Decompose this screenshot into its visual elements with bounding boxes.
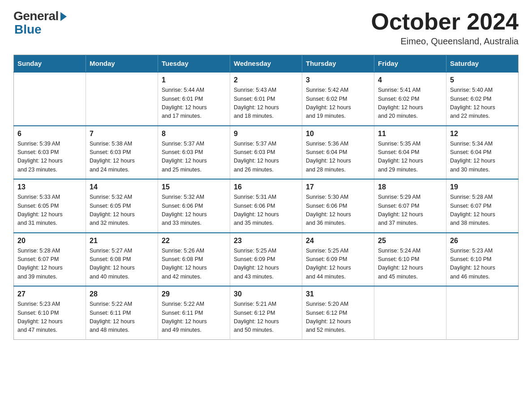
calendar-cell: 7Sunrise: 5:38 AM Sunset: 6:03 PM Daylig… (86, 126, 158, 180)
day-number: 25 (378, 237, 442, 245)
day-number: 30 (234, 290, 298, 298)
calendar-cell: 30Sunrise: 5:21 AM Sunset: 6:12 PM Dayli… (230, 286, 302, 339)
day-info: Sunrise: 5:31 AM Sunset: 6:06 PM Dayligh… (234, 193, 298, 228)
day-info: Sunrise: 5:20 AM Sunset: 6:12 PM Dayligh… (306, 300, 370, 335)
calendar-cell: 3Sunrise: 5:42 AM Sunset: 6:02 PM Daylig… (302, 72, 374, 126)
calendar-cell: 23Sunrise: 5:25 AM Sunset: 6:09 PM Dayli… (230, 233, 302, 287)
day-number: 12 (450, 130, 515, 138)
day-info: Sunrise: 5:36 AM Sunset: 6:04 PM Dayligh… (306, 140, 370, 175)
day-info: Sunrise: 5:44 AM Sunset: 6:01 PM Dayligh… (162, 86, 226, 121)
calendar-cell: 21Sunrise: 5:27 AM Sunset: 6:08 PM Dayli… (86, 233, 158, 287)
day-info: Sunrise: 5:28 AM Sunset: 6:07 PM Dayligh… (450, 193, 515, 228)
calendar-week-row: 6Sunrise: 5:39 AM Sunset: 6:03 PM Daylig… (14, 126, 519, 180)
calendar-cell: 31Sunrise: 5:20 AM Sunset: 6:12 PM Dayli… (302, 286, 374, 339)
calendar-cell: 28Sunrise: 5:22 AM Sunset: 6:11 PM Dayli… (86, 286, 158, 339)
day-number: 19 (450, 183, 515, 191)
day-info: Sunrise: 5:26 AM Sunset: 6:08 PM Dayligh… (162, 247, 226, 282)
day-info: Sunrise: 5:24 AM Sunset: 6:10 PM Dayligh… (378, 247, 442, 282)
day-number: 15 (162, 183, 226, 191)
calendar-cell: 19Sunrise: 5:28 AM Sunset: 6:07 PM Dayli… (446, 179, 519, 233)
header-tuesday: Tuesday (158, 55, 230, 73)
calendar-table: SundayMondayTuesdayWednesdayThursdayFrid… (13, 55, 519, 340)
logo-arrow-icon (60, 12, 67, 21)
calendar-week-row: 1Sunrise: 5:44 AM Sunset: 6:01 PM Daylig… (14, 72, 519, 126)
day-number: 8 (162, 130, 226, 138)
calendar-cell: 22Sunrise: 5:26 AM Sunset: 6:08 PM Dayli… (158, 233, 230, 287)
day-info: Sunrise: 5:35 AM Sunset: 6:04 PM Dayligh… (378, 140, 442, 175)
day-number: 10 (306, 130, 370, 138)
header-wednesday: Wednesday (230, 55, 302, 73)
day-number: 23 (234, 237, 298, 245)
calendar-cell: 10Sunrise: 5:36 AM Sunset: 6:04 PM Dayli… (302, 126, 374, 180)
day-info: Sunrise: 5:37 AM Sunset: 6:03 PM Dayligh… (234, 140, 298, 175)
header-friday: Friday (374, 55, 446, 73)
day-number: 26 (450, 237, 515, 245)
day-number: 31 (306, 290, 370, 298)
calendar-header-row: SundayMondayTuesdayWednesdayThursdayFrid… (14, 55, 519, 73)
calendar-cell: 4Sunrise: 5:41 AM Sunset: 6:02 PM Daylig… (374, 72, 446, 126)
day-number: 3 (306, 76, 370, 84)
calendar-week-row: 13Sunrise: 5:33 AM Sunset: 6:05 PM Dayli… (14, 179, 519, 233)
day-info: Sunrise: 5:28 AM Sunset: 6:07 PM Dayligh… (17, 247, 82, 282)
day-number: 11 (378, 130, 442, 138)
calendar-cell: 27Sunrise: 5:23 AM Sunset: 6:10 PM Dayli… (14, 286, 86, 339)
day-number: 17 (306, 183, 370, 191)
title-section: October 2024 Eimeo, Queensland, Australi… (371, 9, 519, 47)
day-info: Sunrise: 5:41 AM Sunset: 6:02 PM Dayligh… (378, 86, 442, 121)
calendar-cell: 20Sunrise: 5:28 AM Sunset: 6:07 PM Dayli… (14, 233, 86, 287)
day-number: 1 (162, 76, 226, 84)
calendar-cell: 16Sunrise: 5:31 AM Sunset: 6:06 PM Dayli… (230, 179, 302, 233)
day-number: 13 (17, 183, 82, 191)
calendar-cell: 24Sunrise: 5:25 AM Sunset: 6:09 PM Dayli… (302, 233, 374, 287)
day-number: 21 (90, 237, 154, 245)
day-info: Sunrise: 5:22 AM Sunset: 6:11 PM Dayligh… (162, 300, 226, 335)
day-number: 22 (162, 237, 226, 245)
logo: General Blue (13, 9, 67, 37)
day-number: 9 (234, 130, 298, 138)
logo-blue-text: Blue (14, 22, 42, 37)
calendar-cell: 5Sunrise: 5:40 AM Sunset: 6:02 PM Daylig… (446, 72, 519, 126)
day-info: Sunrise: 5:42 AM Sunset: 6:02 PM Dayligh… (306, 86, 370, 121)
day-number: 6 (17, 130, 82, 138)
day-number: 20 (17, 237, 82, 245)
calendar-cell: 9Sunrise: 5:37 AM Sunset: 6:03 PM Daylig… (230, 126, 302, 180)
header-thursday: Thursday (302, 55, 374, 73)
calendar-cell: 8Sunrise: 5:37 AM Sunset: 6:03 PM Daylig… (158, 126, 230, 180)
day-info: Sunrise: 5:29 AM Sunset: 6:07 PM Dayligh… (378, 193, 442, 228)
calendar-week-row: 20Sunrise: 5:28 AM Sunset: 6:07 PM Dayli… (14, 233, 519, 287)
page-header: General Blue October 2024 Eimeo, Queensl… (13, 9, 519, 47)
day-number: 29 (162, 290, 226, 298)
day-info: Sunrise: 5:30 AM Sunset: 6:06 PM Dayligh… (306, 193, 370, 228)
day-number: 2 (234, 76, 298, 84)
day-info: Sunrise: 5:37 AM Sunset: 6:03 PM Dayligh… (162, 140, 226, 175)
day-info: Sunrise: 5:34 AM Sunset: 6:04 PM Dayligh… (450, 140, 515, 175)
calendar-cell: 15Sunrise: 5:32 AM Sunset: 6:06 PM Dayli… (158, 179, 230, 233)
day-info: Sunrise: 5:23 AM Sunset: 6:10 PM Dayligh… (17, 300, 82, 335)
calendar-cell: 29Sunrise: 5:22 AM Sunset: 6:11 PM Dayli… (158, 286, 230, 339)
day-info: Sunrise: 5:40 AM Sunset: 6:02 PM Dayligh… (450, 86, 515, 121)
day-info: Sunrise: 5:25 AM Sunset: 6:09 PM Dayligh… (306, 247, 370, 282)
day-number: 4 (378, 76, 442, 84)
day-number: 18 (378, 183, 442, 191)
day-number: 24 (306, 237, 370, 245)
calendar-cell: 26Sunrise: 5:23 AM Sunset: 6:10 PM Dayli… (446, 233, 519, 287)
calendar-cell (14, 72, 86, 126)
calendar-cell: 13Sunrise: 5:33 AM Sunset: 6:05 PM Dayli… (14, 179, 86, 233)
calendar-cell: 14Sunrise: 5:32 AM Sunset: 6:05 PM Dayli… (86, 179, 158, 233)
day-number: 27 (17, 290, 82, 298)
day-number: 16 (234, 183, 298, 191)
day-number: 28 (90, 290, 154, 298)
day-info: Sunrise: 5:23 AM Sunset: 6:10 PM Dayligh… (450, 247, 515, 282)
calendar-cell: 25Sunrise: 5:24 AM Sunset: 6:10 PM Dayli… (374, 233, 446, 287)
day-info: Sunrise: 5:43 AM Sunset: 6:01 PM Dayligh… (234, 86, 298, 121)
calendar-cell (86, 72, 158, 126)
calendar-cell: 18Sunrise: 5:29 AM Sunset: 6:07 PM Dayli… (374, 179, 446, 233)
calendar-cell: 2Sunrise: 5:43 AM Sunset: 6:01 PM Daylig… (230, 72, 302, 126)
calendar-cell (374, 286, 446, 339)
day-number: 14 (90, 183, 154, 191)
calendar-cell: 11Sunrise: 5:35 AM Sunset: 6:04 PM Dayli… (374, 126, 446, 180)
logo-general-text: General (13, 9, 59, 23)
day-info: Sunrise: 5:38 AM Sunset: 6:03 PM Dayligh… (90, 140, 154, 175)
calendar-cell: 1Sunrise: 5:44 AM Sunset: 6:01 PM Daylig… (158, 72, 230, 126)
day-info: Sunrise: 5:33 AM Sunset: 6:05 PM Dayligh… (17, 193, 82, 228)
